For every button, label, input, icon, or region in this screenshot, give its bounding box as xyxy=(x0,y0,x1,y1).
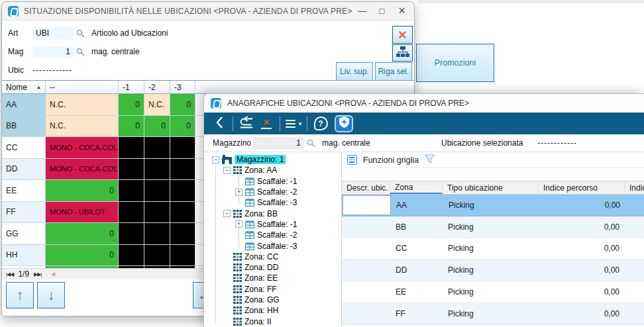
tree-node-scaffale[interactable]: Scaffale: -1 xyxy=(204,176,341,187)
tree-node-scaffale[interactable]: Scaffale: -3 xyxy=(204,240,341,251)
zone-icon xyxy=(233,318,242,326)
column-header-zona[interactable]: Zona xyxy=(390,181,443,194)
window1-titlebar[interactable]: SITUAZIONE DISPONIBILITÀ NELLE UBICAZION… xyxy=(2,2,414,21)
column-header-nome[interactable]: Nome ▲ xyxy=(2,81,46,93)
tree-node-zona[interactable]: Zona: FF xyxy=(204,284,341,295)
back-button[interactable] xyxy=(209,115,229,132)
down-button[interactable]: ↓ xyxy=(37,282,65,308)
grid-functions-icon[interactable] xyxy=(347,155,357,165)
filter-icon[interactable] xyxy=(425,154,435,166)
assistant-button[interactable] xyxy=(335,115,353,132)
cell-descr xyxy=(342,238,390,259)
liv-sup-button[interactable]: Liv. sup. xyxy=(336,62,373,81)
column-header-descr-ubic[interactable]: Descr. ubic. xyxy=(342,181,390,194)
tree-node-zona[interactable]: − Zona: AA xyxy=(204,165,341,175)
ubicazione-selezionata-label: Ubicazione selezionata xyxy=(441,138,523,148)
cell-indice xyxy=(625,216,644,238)
column-header-minus1[interactable]: -1 xyxy=(119,81,144,93)
cell-zona: EE xyxy=(390,281,443,303)
tree-node-zona[interactable]: Zona: CC xyxy=(204,252,341,262)
grid-header-row: Descr. ubic. Zona Tipo ubicazione Indice… xyxy=(342,181,644,195)
scroll-left-icon[interactable]: ◀ xyxy=(50,271,55,277)
ubic-label: Ubic xyxy=(8,66,32,75)
tree-node-zona[interactable]: Zona: HH xyxy=(204,305,341,316)
undo-button[interactable] xyxy=(237,115,256,132)
collapse-icon[interactable]: − xyxy=(223,167,231,174)
column-header-indice[interactable]: Indice xyxy=(625,181,644,194)
table-row[interactable]: EE Picking 0,00 xyxy=(342,281,644,303)
table-row[interactable]: CC Picking 0,00 xyxy=(342,238,644,260)
window-anagrafiche-ubicazioni: ANAGRAFICHE UBICAZIONI <PROVA - AZIENDA … xyxy=(203,93,644,327)
cell-level: 0 xyxy=(170,116,195,137)
tree-node-scaffale[interactable]: + Scaffale: -1 xyxy=(204,219,341,230)
expand-icon[interactable]: + xyxy=(235,189,242,196)
tree-node-zona[interactable]: Zona: II xyxy=(204,316,341,326)
table-row[interactable]: BB Picking 0,00 xyxy=(342,216,644,238)
table-row[interactable]: FF Picking 0,00 xyxy=(342,303,644,325)
last-page-icon[interactable]: ▶▶| xyxy=(34,271,41,277)
magazzino-input[interactable]: 1 xyxy=(252,137,304,150)
tree-node-scaffale[interactable]: Scaffale: -2 xyxy=(204,230,341,240)
shield-sparkle-icon xyxy=(339,117,349,130)
cell-indice-percorso: 0,00 xyxy=(539,259,625,281)
tree-node-zona[interactable]: Zona: DD xyxy=(204,262,341,273)
mag-input[interactable]: 1 xyxy=(32,46,74,58)
zone-icon xyxy=(233,306,242,314)
cell-level xyxy=(119,180,144,201)
cell-zona: BB xyxy=(390,216,443,238)
promozioni-button[interactable]: Promozioni xyxy=(416,44,494,82)
close-x-button[interactable]: × xyxy=(392,26,413,44)
grid-functions-label[interactable]: Funzioni griglia xyxy=(363,156,419,165)
window2-titlebar[interactable]: ANAGRAFICHE UBICAZIONI <PROVA - AZIENDA … xyxy=(204,94,644,113)
cell-level: 0 xyxy=(119,116,144,137)
locations-tree-button[interactable] xyxy=(392,44,413,62)
column-header-main[interactable]: -- xyxy=(46,81,119,93)
collapse-icon[interactable]: − xyxy=(223,210,231,217)
minimize-icon[interactable]: — xyxy=(352,3,372,19)
tree-node-zona[interactable]: − Zona: BB xyxy=(204,208,341,218)
cell-level xyxy=(144,159,170,180)
back-icon xyxy=(215,116,223,132)
column-header-minus2[interactable]: -2 xyxy=(144,81,170,93)
column-header-indice-percorso[interactable]: Indice percorso xyxy=(539,181,625,194)
table-row[interactable]: DD Picking 0,00 xyxy=(342,259,644,281)
delete-row-button[interactable]: × xyxy=(256,115,276,132)
cell-tipo: Picking xyxy=(443,195,539,216)
tree-node-zona[interactable]: Zona: GG xyxy=(204,295,341,305)
tree-node-scaffale[interactable]: Scaffale: -3 xyxy=(204,197,341,208)
table-row-selected[interactable]: AA Picking 0,00 xyxy=(342,195,644,216)
up-button[interactable]: ↑ xyxy=(6,282,34,308)
column-header-tipo-ubicazione[interactable]: Tipo ubicazione xyxy=(443,181,539,194)
cell-descr xyxy=(342,216,390,238)
search-icon[interactable] xyxy=(76,29,85,38)
undo-icon xyxy=(239,116,254,131)
search-icon[interactable] xyxy=(307,139,315,148)
cell-level xyxy=(119,202,144,223)
shelf-icon xyxy=(245,199,254,207)
grid-header-row: Nome ▲ -- -1 -2 -3 xyxy=(2,81,414,94)
collapse-icon[interactable]: − xyxy=(212,156,219,164)
tree-node-scaffale[interactable]: + Scaffale: -2 xyxy=(204,187,341,197)
maximize-icon[interactable]: □ xyxy=(372,3,392,19)
magazzino-description: mag. centrale xyxy=(322,138,370,148)
tree-node-zona[interactable]: Zona: EE xyxy=(204,273,341,283)
art-input[interactable]: UBI xyxy=(32,27,74,40)
menu-button[interactable]: ▾ xyxy=(284,115,303,132)
search-icon[interactable] xyxy=(76,48,85,56)
toolbar-separator xyxy=(307,117,307,131)
help-button[interactable]: ? xyxy=(311,115,331,132)
riga-sel-button[interactable]: Riga sel. xyxy=(375,62,412,81)
toolbar-separator xyxy=(233,117,233,131)
close-icon[interactable]: × xyxy=(392,3,411,19)
cell-level xyxy=(170,180,195,201)
first-page-icon[interactable]: |◀◀ xyxy=(6,271,13,277)
cell-tipo: Picking xyxy=(443,238,539,259)
zone-icon xyxy=(233,210,242,218)
expand-icon[interactable]: + xyxy=(235,220,242,228)
cell-level: 0 xyxy=(119,94,144,115)
tree-node-magazzino[interactable]: − Magazzino: 1 xyxy=(204,154,341,165)
cell-descr[interactable] xyxy=(343,195,391,215)
column-header-minus3[interactable]: -3 xyxy=(170,81,195,93)
window2-toolbar: × ▾ ? xyxy=(204,113,644,134)
shelf-icon xyxy=(245,220,254,228)
